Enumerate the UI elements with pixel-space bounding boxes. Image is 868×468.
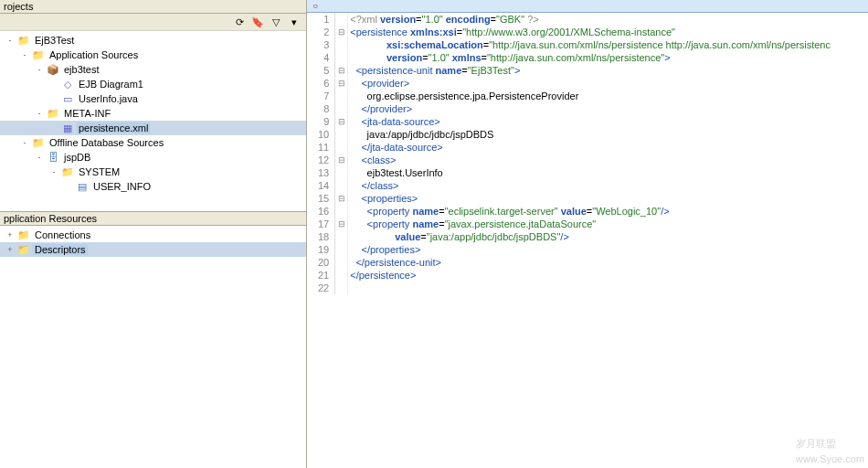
code-line[interactable]: <class>: [350, 154, 868, 166]
fold-toggle: [335, 256, 347, 269]
fold-toggle[interactable]: ⊟: [335, 218, 347, 230]
code-line[interactable]: <properties>: [350, 192, 868, 205]
tree-item[interactable]: -📁META-INF: [0, 106, 306, 121]
expand-toggle[interactable]: -: [4, 36, 16, 45]
fold-toggle: [335, 128, 347, 141]
fold-toggle: [335, 38, 347, 51]
expand-toggle[interactable]: -: [33, 109, 46, 118]
tree-item-label: EJB Diagram1: [77, 79, 145, 90]
fold-toggle[interactable]: ⊟: [335, 192, 347, 205]
fold-toggle: [335, 90, 347, 102]
line-number: 19: [307, 243, 334, 256]
watermark: 岁月联盟 www.Syue.com: [796, 424, 864, 464]
package-icon: 📦: [46, 63, 60, 76]
tree-item[interactable]: +📁Connections: [0, 228, 306, 242]
fold-toggle: [335, 179, 347, 192]
code-line[interactable]: <?xml version="1.0" encoding="GBK" ?>: [350, 13, 868, 26]
fold-column[interactable]: ⊟ ⊟⊟ ⊟ ⊟ ⊟ ⊟: [335, 13, 348, 294]
line-number: 13: [307, 166, 334, 179]
code-line[interactable]: </properties>: [350, 243, 868, 256]
line-number: 17: [307, 218, 334, 230]
projects-tree[interactable]: -📁EjB3Test-📁Application Sources-📦ejb3tes…: [0, 31, 306, 212]
line-number: 7: [307, 90, 334, 102]
fold-toggle: [335, 51, 347, 64]
line-number: 22: [307, 282, 334, 294]
fold-toggle: [335, 282, 347, 294]
expand-toggle[interactable]: -: [18, 50, 31, 59]
tree-item-label: SYSTEM: [77, 166, 122, 177]
folder-icon: 📁: [16, 34, 31, 47]
line-number: 21: [307, 269, 334, 282]
tree-item[interactable]: -📁SYSTEM: [0, 165, 306, 179]
folder-icon: 📁: [16, 243, 31, 256]
tree-item[interactable]: ▤USER_INFO: [0, 179, 306, 194]
navigator-pane: rojects ⟳ 🔖 ▽ ▾ -📁EjB3Test-📁Application …: [0, 0, 307, 468]
tree-item[interactable]: -📁Application Sources: [0, 48, 306, 62]
tree-item[interactable]: ◇EJB Diagram1: [0, 77, 306, 91]
folder-icon: 📁: [16, 229, 31, 241]
file-icon: ▦: [60, 122, 75, 134]
fold-toggle[interactable]: ⊟: [335, 154, 347, 166]
tree-item[interactable]: ▭UserInfo.java: [0, 91, 306, 106]
code-line[interactable]: [350, 282, 868, 294]
line-number: 6: [307, 77, 334, 90]
code-line[interactable]: xsi:schemaLocation="http://java.sun.com/…: [350, 38, 868, 51]
code-line[interactable]: </jta-data-source>: [350, 141, 868, 154]
editor-tab-marker[interactable]: ○: [312, 1, 318, 11]
funnel-icon[interactable]: ▽: [268, 15, 284, 29]
code-area[interactable]: 12345678910111213141516171819202122 ⊟ ⊟⊟…: [307, 13, 868, 294]
tree-item[interactable]: -📁Offline Database Sources: [0, 135, 306, 150]
refresh-icon[interactable]: ⟳: [231, 15, 248, 29]
menu-icon[interactable]: ▾: [286, 15, 302, 29]
code-line[interactable]: <property name="eclipselink.target-serve…: [350, 205, 868, 218]
expand-toggle[interactable]: -: [48, 167, 60, 176]
fold-toggle: [335, 166, 347, 179]
expand-toggle[interactable]: +: [4, 245, 16, 254]
line-number: 4: [307, 51, 334, 64]
expand-toggle[interactable]: -: [33, 65, 46, 74]
watermark-text: 岁月联盟: [796, 438, 836, 449]
code-line[interactable]: <provider>: [350, 77, 868, 90]
tree-item[interactable]: -📁EjB3Test: [0, 33, 306, 48]
code-line[interactable]: </persistence-unit>: [350, 256, 868, 269]
code-line[interactable]: <persistence-unit name="EjB3Test">: [350, 64, 868, 77]
fold-toggle[interactable]: ⊟: [335, 26, 347, 38]
code-line[interactable]: <property name="javax.persistence.jtaDat…: [350, 218, 868, 230]
tree-item-label: ejb3test: [62, 64, 101, 75]
projects-panel-header: rojects: [0, 0, 306, 14]
expand-toggle[interactable]: -: [18, 138, 31, 147]
code-line[interactable]: value="java:/app/jdbc/jdbc/jspDBDS"/>: [350, 230, 868, 243]
line-number: 14: [307, 179, 334, 192]
expand-toggle[interactable]: -: [33, 153, 46, 162]
code-line[interactable]: <jta-data-source>: [350, 115, 868, 128]
tree-item-label: jspDB: [62, 152, 92, 163]
app-resources-tree[interactable]: +📁Connections+📁Descriptors: [0, 226, 306, 468]
code-body[interactable]: <?xml version="1.0" encoding="GBK" ?><pe…: [348, 13, 868, 294]
tree-item-label: META-INF: [62, 108, 112, 119]
code-line[interactable]: java:/app/jdbc/jdbc/jspDBDS: [350, 128, 868, 141]
fold-toggle[interactable]: ⊟: [335, 115, 347, 128]
bookmark-icon[interactable]: 🔖: [249, 15, 266, 29]
code-line[interactable]: ejb3test.UserInfo: [350, 166, 868, 179]
tree-item[interactable]: -📦ejb3test: [0, 62, 306, 77]
folder-icon: 📁: [46, 107, 60, 120]
line-number: 12: [307, 154, 334, 166]
tree-item[interactable]: -🗄jspDB: [0, 150, 306, 165]
editor-pane: ○ 12345678910111213141516171819202122 ⊟ …: [307, 0, 868, 468]
fold-toggle: [335, 102, 347, 115]
folder-icon: 📁: [60, 165, 75, 178]
code-line[interactable]: version="1.0" xmlns="http://java.sun.com…: [350, 51, 868, 64]
code-line[interactable]: org.eclipse.persistence.jpa.PersistenceP…: [350, 90, 868, 102]
fold-toggle: [335, 269, 347, 282]
line-number: 9: [307, 115, 334, 128]
fold-toggle[interactable]: ⊟: [335, 64, 347, 77]
tree-item-label: USER_INFO: [91, 181, 153, 192]
code-line[interactable]: </class>: [350, 179, 868, 192]
code-line[interactable]: <persistence xmlns:xsi="http://www.w3.or…: [350, 26, 868, 38]
tree-item[interactable]: +📁Descriptors: [0, 242, 306, 257]
tree-item[interactable]: ▦persistence.xml: [0, 121, 306, 135]
code-line[interactable]: </provider>: [350, 102, 868, 115]
code-line[interactable]: </persistence>: [350, 269, 868, 282]
expand-toggle[interactable]: +: [4, 230, 16, 239]
fold-toggle[interactable]: ⊟: [335, 77, 347, 90]
